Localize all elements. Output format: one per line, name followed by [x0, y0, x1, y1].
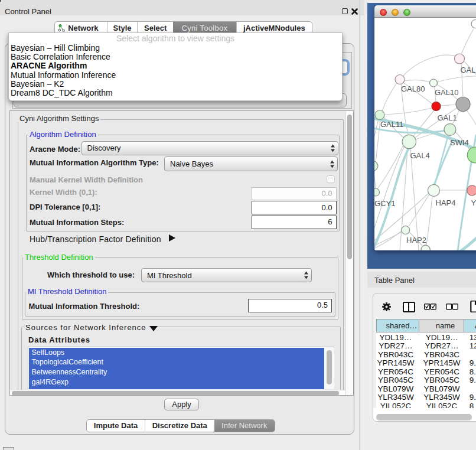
svg-text:GCY1: GCY1: [374, 199, 395, 208]
svg-text:Y: Y: [471, 198, 476, 207]
svg-text:GAL1: GAL1: [438, 113, 457, 122]
svg-text:HAP2: HAP2: [406, 236, 426, 244]
svg-text:SWI4: SWI4: [450, 138, 469, 147]
svg-text:GAL11: GAL11: [380, 120, 404, 129]
svg-text:GAL7: GAL7: [461, 66, 476, 74]
svg-text:GAL80: GAL80: [401, 84, 425, 93]
svg-text:HAP4: HAP4: [436, 198, 456, 207]
svg-text:GAL4: GAL4: [410, 151, 430, 160]
svg-text:GAL10: GAL10: [435, 88, 458, 97]
